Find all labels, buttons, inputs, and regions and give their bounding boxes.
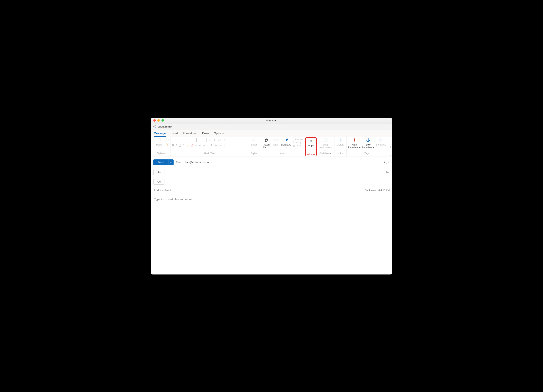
- bcc-toggle[interactable]: Bcc: [385, 171, 390, 174]
- exclamation-icon: [353, 138, 356, 143]
- zoom-control[interactable]: ⌄: [384, 161, 390, 164]
- format-painter-icon[interactable]: [166, 143, 169, 146]
- clear-format-icon[interactable]: A̷: [223, 138, 226, 142]
- paste-button[interactable]: Paste: [153, 138, 165, 146]
- svg-point-11: [311, 141, 312, 142]
- signature-icon: [283, 138, 288, 143]
- numbering-icon[interactable]: ≡: [213, 138, 216, 142]
- magnifier-icon: [384, 161, 387, 164]
- url-prefix: about:: [158, 125, 165, 128]
- tab-message[interactable]: Message: [154, 132, 166, 137]
- svg-text:A: A: [252, 139, 254, 142]
- group-label-collaborate: Collaborate: [320, 152, 331, 155]
- group-tags: High importance Low importance Sensitivi…: [346, 137, 387, 157]
- send-button[interactable]: Send: [153, 159, 168, 165]
- svg-point-16: [354, 141, 355, 142]
- loop-components-button[interactable]: Loop components ⌄: [318, 138, 333, 152]
- group-label-insert: Insert: [279, 152, 285, 155]
- group-label-styles: Styles: [251, 152, 257, 155]
- insert-extras: Pictures Emoji Table ⌄: [293, 138, 303, 147]
- group-label-tags: Tags: [365, 152, 369, 155]
- svg-rect-7: [309, 139, 313, 143]
- tab-insert[interactable]: Insert: [171, 132, 178, 137]
- subscript-icon[interactable]: x₂: [220, 144, 222, 146]
- shrink-font-icon[interactable]: A↓: [215, 144, 218, 146]
- bullets-icon[interactable]: ☰: [208, 138, 212, 142]
- italic-button[interactable]: I: [176, 144, 177, 147]
- case-icon[interactable]: aA: [218, 138, 221, 142]
- microphone-icon: [339, 138, 342, 143]
- arrow-down-icon: [366, 138, 370, 143]
- tab-draw[interactable]: Draw: [202, 132, 209, 137]
- group-label-basic-text: Basic Text: [204, 152, 215, 155]
- compose-area: Send From: chad@echomark.com ⌄ ⌄ To Bcc …: [151, 157, 392, 274]
- pictures-button[interactable]: Pictures: [293, 138, 303, 141]
- apps-button[interactable]: Apps: [307, 139, 315, 147]
- grow-font-icon[interactable]: A↑: [211, 144, 213, 146]
- paperclip-icon: [264, 138, 268, 143]
- sensitivity-button[interactable]: Sensitivit: [376, 138, 386, 146]
- tab-format-text[interactable]: Format text: [183, 132, 197, 137]
- ribbon: Paste Clipboard ☰ ≡ aA: [151, 137, 392, 157]
- titlebar: New mail: [151, 118, 392, 123]
- svg-point-18: [380, 139, 380, 140]
- low-importance-button[interactable]: Low importance: [362, 138, 375, 149]
- to-input[interactable]: [168, 171, 385, 174]
- font-name-input[interactable]: [172, 138, 197, 142]
- link-button[interactable]: Link: [272, 138, 279, 146]
- styles-icon: A: [252, 138, 256, 143]
- to-button[interactable]: To: [153, 170, 165, 175]
- svg-rect-15: [354, 138, 355, 141]
- svg-line-20: [386, 163, 387, 163]
- group-addins: Apps Add-ins: [305, 137, 317, 156]
- from-field[interactable]: From: chad@echomark.com ⌄: [176, 161, 212, 164]
- table-button[interactable]: Table ⌄: [293, 144, 303, 147]
- ribbon-collapse-button[interactable]: ⌄: [389, 153, 391, 156]
- group-clipboard: Paste Clipboard: [152, 137, 171, 157]
- undo-icon[interactable]: [166, 138, 169, 141]
- svg-point-9: [311, 140, 312, 141]
- font-size-input[interactable]: [197, 138, 207, 142]
- subject-input[interactable]: [153, 188, 365, 192]
- high-importance-button[interactable]: High importance: [348, 138, 361, 149]
- ribbon-tabs: Message Insert Format text Draw Options: [151, 130, 392, 137]
- bold-button[interactable]: B: [172, 144, 174, 147]
- group-label-clipboard: Clipboard: [156, 152, 166, 155]
- font-color-button[interactable]: A: [191, 144, 193, 147]
- indent-dec-icon[interactable]: ⇤: [199, 144, 201, 147]
- window-title: New mail: [151, 119, 392, 122]
- ribbon-scroll-right[interactable]: ›: [390, 145, 391, 148]
- cc-input[interactable]: [168, 180, 390, 183]
- svg-point-10: [310, 141, 311, 142]
- styles-button[interactable]: A Styles: [250, 138, 259, 146]
- font-picker: [172, 138, 207, 142]
- tag-icon: [379, 138, 383, 143]
- superscript-icon[interactable]: x²: [224, 144, 225, 146]
- cc-button[interactable]: Cc: [153, 179, 165, 185]
- message-body[interactable]: Type / to insert files and more: [153, 194, 390, 272]
- group-voice: Dictate⌄ Voice: [334, 137, 346, 157]
- dictate-button[interactable]: Dictate⌄: [336, 138, 345, 149]
- indent-inc-icon[interactable]: ⇥: [203, 144, 205, 147]
- send-options-button[interactable]: [168, 159, 174, 165]
- highlight-button[interactable]: [187, 144, 189, 147]
- apps-icon: [309, 139, 313, 144]
- svg-rect-13: [340, 138, 341, 141]
- address-bar: i about:blank: [151, 123, 392, 130]
- paragraph-icon[interactable]: ¶: [227, 138, 231, 142]
- loop-icon: [323, 138, 328, 143]
- svg-point-8: [310, 140, 311, 141]
- strike-button[interactable]: S: [183, 144, 184, 147]
- tab-options[interactable]: Options: [214, 132, 224, 137]
- attach-file-button[interactable]: Attach file ⌄: [261, 138, 271, 149]
- group-label-addins: Add-ins: [307, 153, 315, 155]
- group-label-voice: Voice: [338, 152, 343, 155]
- align-left-icon[interactable]: ≡: [195, 144, 197, 147]
- group-basic-text: ☰ ≡ aA A̷ ¶ B I U S A ≡ ⇤ ⇥ ↕ A: [171, 137, 249, 157]
- line-spacing-icon[interactable]: ↕: [208, 144, 209, 147]
- emoji-button[interactable]: Emoji: [293, 141, 303, 144]
- signature-button[interactable]: Signature⌄: [280, 138, 292, 149]
- underline-button[interactable]: U: [179, 144, 181, 147]
- svg-rect-3: [167, 144, 168, 146]
- url-path: blank: [165, 125, 172, 128]
